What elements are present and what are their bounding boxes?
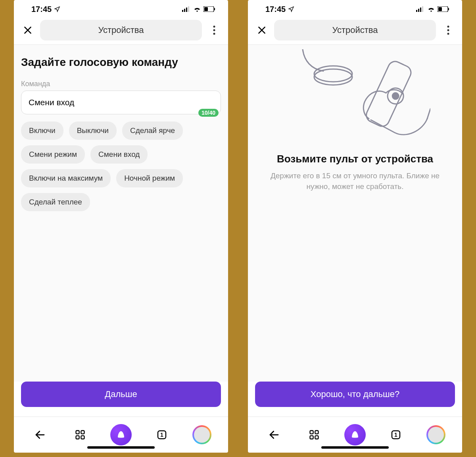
phone-left: 17:45 Устройства Задайте голосовую коман…: [14, 0, 228, 453]
svg-rect-3: [188, 6, 189, 12]
svg-point-29: [447, 33, 449, 35]
alice-button[interactable]: [344, 424, 366, 445]
svg-rect-1: [184, 9, 185, 12]
profile-button[interactable]: [426, 425, 446, 445]
battery-icon: [203, 6, 215, 12]
svg-rect-18: [416, 10, 417, 12]
tabs-count: 1: [394, 432, 397, 438]
back-button[interactable]: [264, 425, 284, 445]
chip[interactable]: Смени режим: [21, 145, 85, 164]
svg-rect-38: [310, 436, 313, 439]
top-bar: Устройства: [14, 18, 228, 44]
svg-rect-16: [81, 436, 84, 439]
svg-rect-24: [448, 8, 449, 10]
svg-rect-5: [204, 7, 208, 11]
more-button[interactable]: [207, 23, 221, 37]
svg-rect-13: [76, 431, 79, 434]
status-time: 17:45: [31, 5, 60, 14]
location-icon: [288, 6, 294, 12]
svg-point-31: [314, 69, 352, 85]
close-button[interactable]: [21, 23, 35, 37]
phone-right: 17:45 Устройства: [248, 0, 462, 453]
page-title: Задайте голосовую команду: [21, 56, 221, 69]
svg-rect-36: [310, 431, 313, 434]
svg-point-9: [213, 26, 215, 28]
home-indicator[interactable]: [87, 446, 155, 449]
alice-button[interactable]: [110, 424, 132, 445]
chip[interactable]: Сделай теплее: [21, 193, 90, 211]
alice-icon: [116, 430, 126, 440]
more-vertical-icon: [213, 25, 215, 35]
grid-icon: [75, 429, 86, 440]
instruction-title: Возьмите пульт от устройства: [277, 153, 433, 165]
header-title-pill[interactable]: Устройства: [40, 20, 202, 40]
svg-point-10: [213, 29, 215, 31]
svg-rect-6: [214, 8, 215, 10]
char-counter: 10/40: [198, 109, 219, 117]
more-vertical-icon: [447, 25, 449, 35]
apps-button[interactable]: [70, 425, 90, 445]
arrow-left-icon: [268, 429, 280, 441]
instruction-subtitle: Держите его в 15 см от умного пульта. Бл…: [268, 171, 442, 192]
signal-icon: [182, 6, 191, 12]
next-button[interactable]: Дальше: [21, 382, 221, 407]
chip[interactable]: Включи на максимум: [21, 169, 111, 187]
svg-rect-37: [315, 431, 319, 434]
suggestion-chips: Включи Выключи Сделай ярче Смени режим С…: [21, 121, 221, 211]
avatar: [193, 426, 211, 444]
svg-point-34: [392, 92, 400, 100]
more-button[interactable]: [441, 23, 455, 37]
location-icon: [54, 6, 60, 12]
input-wrap: 10/40: [21, 91, 221, 114]
svg-rect-15: [76, 436, 79, 439]
content-left: Задайте голосовую команду Команда 10/40 …: [14, 45, 228, 382]
wifi-icon: [193, 6, 201, 12]
chip[interactable]: Включи: [21, 121, 63, 140]
status-icons: [182, 6, 215, 12]
wifi-icon: [427, 6, 435, 12]
svg-rect-23: [438, 7, 442, 11]
chip[interactable]: Выключи: [69, 121, 117, 140]
status-bar: 17:45: [14, 0, 228, 18]
arrow-left-icon: [34, 429, 46, 441]
header-title: Устройства: [332, 25, 378, 35]
svg-rect-2: [186, 8, 187, 12]
svg-rect-14: [81, 431, 84, 434]
avatar-ring: [192, 425, 211, 444]
status-time: 17:45: [265, 5, 294, 14]
top-bar: Устройства: [248, 18, 462, 44]
alice-icon: [350, 430, 360, 440]
remote-illustration-icon: [280, 49, 430, 141]
header-title: Устройства: [98, 25, 144, 35]
profile-button[interactable]: [192, 425, 212, 445]
close-button[interactable]: [255, 23, 269, 37]
apps-button[interactable]: [304, 425, 324, 445]
chip[interactable]: Ночной режим: [116, 169, 183, 187]
tabs-button[interactable]: 1: [386, 425, 406, 445]
avatar: [427, 426, 445, 444]
tabs-button[interactable]: 1: [152, 425, 172, 445]
header-title-pill[interactable]: Устройства: [274, 20, 436, 40]
close-icon: [23, 25, 33, 35]
home-indicator[interactable]: [321, 446, 389, 449]
ok-next-button[interactable]: Хорошо, что дальше?: [255, 382, 455, 407]
close-icon: [257, 25, 267, 35]
status-icons: [416, 6, 449, 12]
time-text: 17:45: [31, 5, 52, 14]
svg-point-30: [314, 66, 352, 82]
grid-icon: [309, 429, 320, 440]
time-text: 17:45: [265, 5, 286, 14]
chip[interactable]: Смени вход: [90, 145, 148, 164]
svg-rect-0: [182, 10, 183, 12]
avatar-ring: [426, 425, 445, 444]
content-right: Возьмите пульт от устройства Держите его…: [248, 45, 462, 382]
chip[interactable]: Сделай ярче: [122, 121, 183, 140]
illustration: [255, 47, 455, 143]
back-button[interactable]: [30, 425, 50, 445]
battery-icon: [438, 6, 449, 12]
tabs-count: 1: [160, 432, 163, 438]
field-label: Команда: [21, 80, 221, 88]
command-input[interactable]: [21, 91, 221, 114]
svg-point-11: [213, 33, 215, 35]
svg-point-28: [447, 29, 449, 31]
